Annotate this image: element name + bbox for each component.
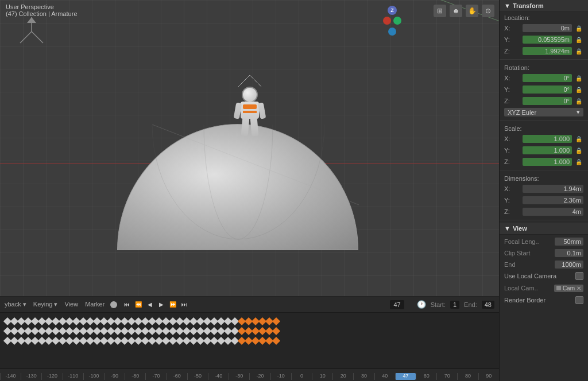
rotation-mode-value: XYZ Euler [508, 109, 536, 116]
svg-line-1 [32, 32, 43, 43]
ruler-mark: -40 [208, 373, 229, 380]
svg-point-4 [152, 125, 324, 239]
viewport-icon-person[interactable]: ☻ [450, 5, 462, 17]
scale-z-value[interactable]: 1.000 [523, 158, 572, 166]
scale-x-lock-icon[interactable]: 🔒 [574, 134, 583, 143]
prev-frame-button[interactable]: ⏪ [133, 300, 144, 310]
divider-1 [500, 59, 588, 60]
play-button[interactable]: ▶ [156, 300, 167, 310]
svg-marker-3 [27, 17, 36, 23]
dim-y-value[interactable]: 2.36m [523, 196, 583, 204]
playback-controls: ⏮ ⏪ ◀ ▶ ⏩ ⏭ [110, 300, 189, 310]
leg-right [250, 118, 258, 137]
ruler-mark: -60 [167, 373, 187, 380]
playback-settings: 🕐 Start: 1 End: 48 [417, 300, 494, 309]
viewport-canvas[interactable]: User Perspective (47) Collection | Armat… [0, 0, 499, 296]
ruler-mark-current: 47 [395, 373, 416, 380]
record-button[interactable] [110, 301, 117, 308]
triangle-icon: ▼ [504, 2, 510, 9]
end-value[interactable]: 48 [482, 301, 494, 309]
axis-indicator: Z [383, 6, 401, 36]
timeline-ruler[interactable]: -140 -130 -120 -110 -100 -90 -80 -70 -60… [0, 368, 499, 381]
armature-svg [227, 75, 273, 87]
rotation-z-lock-icon[interactable]: 🔒 [574, 96, 583, 106]
playback-menu-item[interactable]: yback ▾ [5, 301, 26, 308]
dim-y-row: Y: 2.36m [500, 195, 588, 206]
kf-dot-orange [272, 327, 280, 335]
location-x-lock-icon[interactable]: 🔒 [574, 24, 583, 33]
rotation-x-lock-icon[interactable]: 🔒 [574, 73, 583, 83]
main-container: User Perspective (47) Collection | Armat… [0, 0, 588, 381]
keying-menu-item[interactable]: Keying ▾ [33, 301, 58, 308]
view-panel-header: ▼ View [500, 223, 588, 235]
location-y-lock-icon[interactable]: 🔒 [574, 35, 583, 44]
rotation-mode-row: XYZ Euler ▾ [500, 107, 588, 118]
start-value[interactable]: 1 [450, 301, 459, 309]
use-local-camera-row: Use Local Camera [500, 270, 588, 282]
y-axis-dot [393, 17, 401, 25]
view-triangle-icon: ▼ [504, 225, 510, 232]
view-menu-item[interactable]: View [65, 301, 79, 308]
timeline-tracks[interactable] [0, 313, 499, 368]
x-axis-dot [383, 17, 391, 25]
use-local-camera-checkbox[interactable] [575, 272, 583, 280]
rotation-x-value[interactable]: 0° [523, 74, 572, 82]
rotation-y-value[interactable]: 0° [523, 85, 572, 94]
navigation-gizmo[interactable] [14, 14, 49, 49]
location-z-row: Z: 1.9924m 🔒 [500, 45, 588, 57]
transform-title: Transform [513, 2, 544, 9]
viewport-icon-grid[interactable]: ⊞ [434, 5, 446, 17]
kf-dot-orange [272, 317, 280, 325]
ruler-mark: -70 [145, 373, 166, 380]
cam-dot-icon [556, 286, 561, 290]
scale-z-lock-icon[interactable]: 🔒 [574, 157, 583, 166]
astronaut-body [233, 87, 267, 138]
axis-dots [383, 17, 401, 25]
jump-start-button[interactable]: ⏮ [122, 300, 132, 310]
rotation-z-value[interactable]: 0° [523, 97, 572, 105]
divider-4 [500, 220, 588, 220]
scale-y-lock-icon[interactable]: 🔒 [574, 146, 583, 155]
kf-row-3 [0, 337, 499, 345]
marker-menu-item[interactable]: Marker [85, 301, 105, 308]
scale-y-value[interactable]: 1.000 [523, 146, 572, 154]
rotation-mode-dropdown[interactable]: XYZ Euler ▾ [504, 108, 583, 116]
current-frame-display[interactable]: 47 [390, 300, 404, 309]
viewport-icon-hand[interactable]: ✋ [466, 5, 478, 17]
scale-z-label: Z: [504, 158, 520, 165]
dim-x-value[interactable]: 1.94m [523, 185, 583, 193]
kf-dot-orange [272, 337, 280, 345]
dim-z-row: Z: 4m [500, 206, 588, 217]
rotation-label: Rotation: [500, 62, 588, 72]
rotation-y-lock-icon[interactable]: 🔒 [574, 85, 583, 94]
clip-start-value[interactable]: 0.1m [555, 249, 583, 257]
location-y-value[interactable]: 0.053595m [523, 36, 572, 44]
ruler-mark: 0 [291, 373, 312, 380]
cam-close-button[interactable]: ✕ [577, 285, 581, 291]
right-panel: ▼ Transform Location: X: 0m 🔒 Y: 0.05359… [499, 0, 588, 381]
local-cam-badge[interactable]: Cam ✕ [554, 285, 583, 292]
location-z-value[interactable]: 1.9924m [523, 47, 572, 55]
divider-2 [500, 120, 588, 120]
ruler-mark: 80 [457, 373, 478, 380]
focal-length-value[interactable]: 50mm [555, 238, 583, 246]
cam-badge-text: Cam [563, 285, 575, 291]
render-border-checkbox[interactable] [575, 296, 583, 304]
viewport-icon-dot[interactable]: ⊙ [482, 5, 494, 17]
dim-z-value[interactable]: 4m [523, 208, 583, 216]
z-axis-dot [388, 28, 396, 36]
jump-end-button[interactable]: ⏭ [179, 300, 189, 310]
rotation-y-row: Y: 0° 🔒 [500, 84, 588, 95]
z-axis-label: Z [388, 6, 397, 15]
ruler-mark: 20 [332, 373, 353, 380]
clip-end-value[interactable]: 1000m [555, 261, 583, 269]
scale-x-value[interactable]: 1.000 [523, 135, 572, 143]
location-z-lock-icon[interactable]: 🔒 [574, 46, 583, 56]
ruler-mark: -130 [21, 373, 41, 380]
play-back-button[interactable]: ◀ [145, 300, 155, 310]
location-x-value[interactable]: 0m [523, 24, 572, 32]
svg-line-0 [20, 32, 32, 43]
next-frame-button[interactable]: ⏩ [168, 300, 178, 310]
location-y-row: Y: 0.053595m 🔒 [500, 34, 588, 45]
scale-x-label: X: [504, 135, 520, 142]
